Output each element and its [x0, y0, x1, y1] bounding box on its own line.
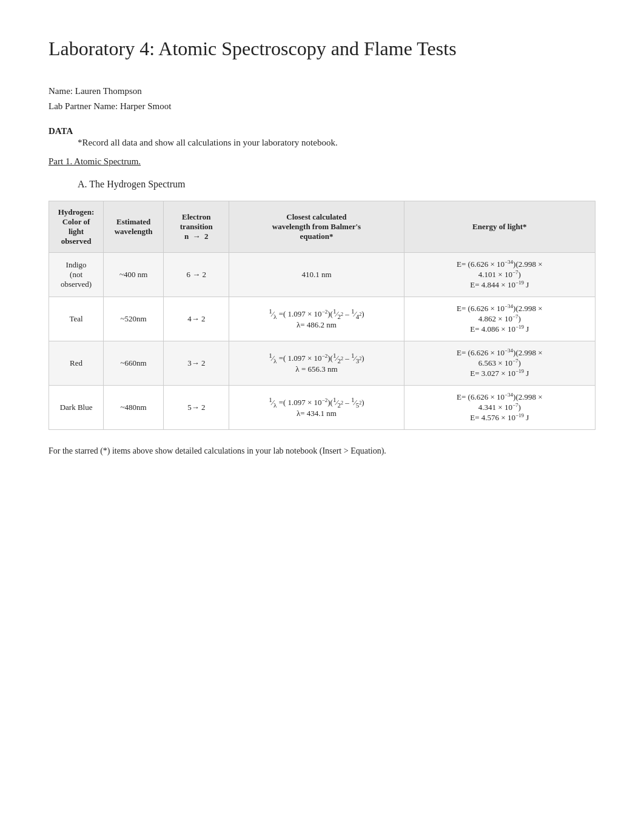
partner-field: Lab Partner Name: Harper Smoot — [49, 101, 595, 112]
header-transition: Electrontransitionn → 2 — [164, 201, 229, 252]
data-label: DATA — [49, 126, 595, 136]
header-balmer: Closest calculatedwavelength from Balmer… — [229, 201, 404, 252]
partner-label: Lab Partner Name: — [49, 101, 118, 111]
footnote: For the starred (*) items above show det… — [49, 444, 595, 457]
cell-energy-darkblue: E= (6.626 × 10−34)(2.998 × 4.341 × 10−7)… — [404, 385, 595, 429]
partner-value: Harper Smoot — [120, 101, 172, 111]
cell-color-red: Red — [49, 341, 104, 385]
header-wavelength: Estimatedwavelength — [104, 201, 164, 252]
table-row: Indigo(notobserved) ~400 nm 6 → 2 410.1 … — [49, 252, 595, 297]
page-title: Laboratory 4: Atomic Spectroscopy and Fl… — [49, 36, 595, 62]
name-label: Name: — [49, 86, 73, 96]
cell-color-indigo: Indigo(notobserved) — [49, 252, 104, 297]
cell-wavelength-darkblue: ~480nm — [104, 385, 164, 429]
cell-energy-teal: E= (6.626 × 10−34)(2.998 × 4.862 × 10−7)… — [404, 297, 595, 341]
cell-transition-teal: 4→ 2 — [164, 297, 229, 341]
cell-balmer-darkblue: 1⁄λ =( 1.097 × 10−2)(1⁄22 – 1⁄52) λ= 434… — [229, 385, 404, 429]
cell-transition-darkblue: 5→ 2 — [164, 385, 229, 429]
table-row: Red ~660nm 3→ 2 1⁄λ =( 1.097 × 10−2)(1⁄2… — [49, 341, 595, 385]
cell-wavelength-teal: ~520nm — [104, 297, 164, 341]
table-row: Dark Blue ~480nm 5→ 2 1⁄λ =( 1.097 × 10−… — [49, 385, 595, 429]
cell-transition-indigo: 6 → 2 — [164, 252, 229, 297]
cell-color-teal: Teal — [49, 297, 104, 341]
name-field: Name: Lauren Thompson — [49, 86, 595, 96]
header-color: Hydrogen:Color oflightobserved — [49, 201, 104, 252]
table-header-row: Hydrogen:Color oflightobserved Estimated… — [49, 201, 595, 252]
cell-energy-red: E= (6.626 × 10−34)(2.998 × 6.563 × 10−7)… — [404, 341, 595, 385]
cell-transition-red: 3→ 2 — [164, 341, 229, 385]
data-note: *Record all data and show all calculatio… — [78, 138, 595, 148]
part-label: Part 1. Atomic Spectrum. — [49, 156, 595, 167]
cell-color-darkblue: Dark Blue — [49, 385, 104, 429]
cell-energy-indigo: E= (6.626 × 10−34)(2.998 × 4.101 × 10−7)… — [404, 252, 595, 297]
cell-balmer-red: 1⁄λ =( 1.097 × 10−2)(1⁄22 – 1⁄32) λ = 65… — [229, 341, 404, 385]
header-energy: Energy of light* — [404, 201, 595, 252]
name-value: Lauren Thompson — [75, 86, 142, 96]
cell-wavelength-red: ~660nm — [104, 341, 164, 385]
cell-balmer-indigo: 410.1 nm — [229, 252, 404, 297]
cell-balmer-teal: 1⁄λ =( 1.097 × 10−2)(1⁄22 – 1⁄42) λ= 486… — [229, 297, 404, 341]
sub-label: A. The Hydrogen Spectrum — [78, 179, 595, 190]
cell-wavelength-indigo: ~400 nm — [104, 252, 164, 297]
hydrogen-spectrum-table: Hydrogen:Color oflightobserved Estimated… — [49, 201, 595, 430]
table-row: Teal ~520nm 4→ 2 1⁄λ =( 1.097 × 10−2)(1⁄… — [49, 297, 595, 341]
